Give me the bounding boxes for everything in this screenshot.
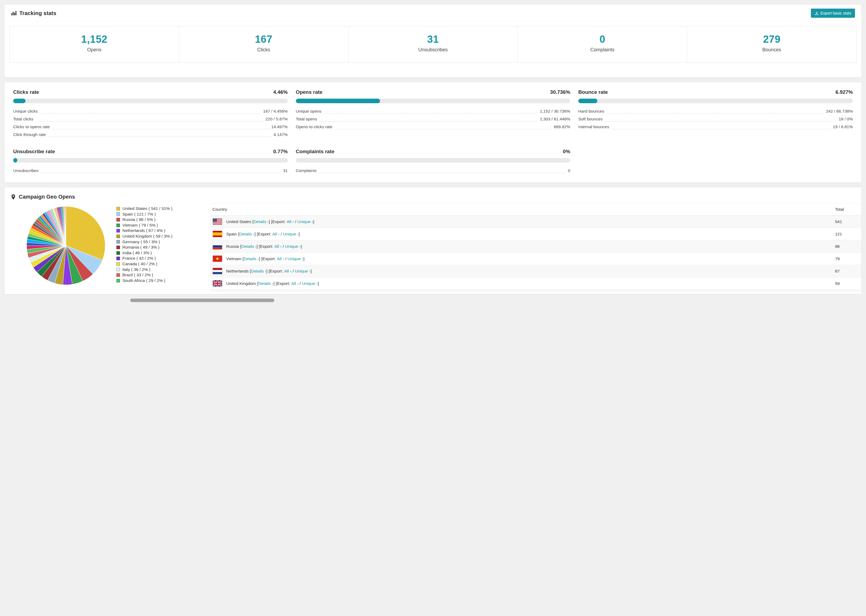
rates-card: Clicks rate4.46%Unique clicks167 / 4.456… bbox=[4, 82, 862, 183]
rate-rows: Complaints0 bbox=[296, 167, 570, 174]
stat-value: 31 bbox=[348, 34, 518, 45]
stat-boxes: 1,152Opens167Clicks31Unsubscribes0Compla… bbox=[5, 22, 861, 77]
country-cell: Spain [Details ›] [Export: All › / Uniqu… bbox=[213, 231, 830, 237]
export-unique-link[interactable]: Unique › bbox=[298, 219, 313, 224]
stat-box-unsubscribes: 31Unsubscribes bbox=[348, 26, 518, 63]
rate-title: Clicks rate bbox=[13, 89, 39, 95]
rate-detail-label: Clicks to opens rate bbox=[13, 123, 50, 130]
export-unique-link[interactable]: Unique › bbox=[288, 256, 303, 261]
legend-swatch bbox=[117, 268, 120, 271]
rate-detail-label: Total opens bbox=[296, 115, 317, 123]
rate-detail-value: 689.82% bbox=[554, 123, 570, 130]
export-unique-link[interactable]: Unique › bbox=[285, 244, 301, 249]
rate-title: Unsubscribe rate bbox=[13, 149, 55, 154]
export-all-link[interactable]: All › bbox=[284, 269, 291, 273]
details-link[interactable]: Details › bbox=[241, 244, 257, 249]
geo-table-row-spain: Spain [Details ›] [Export: All › / Uniqu… bbox=[210, 228, 861, 240]
rate-detail-row: Soft bounces18 / 0% bbox=[578, 115, 853, 123]
bracket: ] bbox=[313, 219, 314, 224]
flag-nl-icon bbox=[213, 268, 222, 274]
geo-table-row-united-kingdom: United Kingdom [Details ›] [Export: All … bbox=[210, 277, 861, 290]
details-link[interactable]: Details › bbox=[254, 219, 269, 224]
legend-label: India ( 46 / 3% ) bbox=[122, 250, 152, 256]
legend-label: Romania ( 49 / 3% ) bbox=[122, 245, 159, 250]
export-all-link[interactable]: All › bbox=[274, 244, 282, 249]
rate-detail-row: Clicks to opens rate14.497% bbox=[13, 123, 288, 130]
export-all-link[interactable]: All › bbox=[287, 219, 294, 224]
country-name: Netherlands bbox=[226, 269, 250, 273]
legend-item-united-states: United States ( 541 / 31% ) bbox=[117, 206, 184, 212]
stat-box-complaints: 0Complaints bbox=[518, 26, 687, 63]
flag-gb-icon bbox=[213, 280, 222, 287]
rate-title: Bounce rate bbox=[578, 89, 608, 95]
export-unique-link[interactable]: Unique › bbox=[295, 269, 311, 273]
rate-detail-value: 0 bbox=[568, 167, 570, 174]
legend-item-netherlands: Netherlands ( 67 / 4% ) bbox=[117, 228, 184, 234]
rate-detail-value: 19 / 6.81% bbox=[833, 123, 853, 130]
export-unique-link[interactable]: Unique › bbox=[302, 281, 318, 286]
horizontal-scrollbar-thumb[interactable] bbox=[130, 299, 274, 302]
geo-table: Country Total United States [Details ›] … bbox=[210, 203, 861, 292]
rate-value: 6.927% bbox=[836, 89, 853, 95]
legend-swatch bbox=[117, 262, 120, 266]
country-total: 86 bbox=[832, 240, 861, 253]
rate-detail-label: Unique clicks bbox=[13, 107, 38, 115]
rate-progress-bar bbox=[296, 99, 570, 103]
tracking-stats-title: Tracking stats bbox=[19, 10, 56, 16]
country-name: United States bbox=[226, 219, 252, 224]
export-all-link[interactable]: All › bbox=[291, 281, 299, 286]
legend-item-brazil: Brazil ( 33 / 2% ) bbox=[117, 272, 184, 278]
legend-label: United Kingdom ( 59 / 3% ) bbox=[122, 234, 172, 239]
separator: / bbox=[279, 232, 283, 237]
dotted-leader bbox=[335, 129, 552, 129]
export-all-link[interactable]: All › bbox=[277, 256, 284, 261]
geo-table-header-row: Country Total bbox=[210, 203, 861, 215]
stat-label: Complaints bbox=[518, 47, 687, 53]
legend-label: Russia ( 86 / 5% ) bbox=[122, 217, 156, 223]
bar-chart-icon bbox=[11, 11, 17, 16]
rate-detail-label: Unique opens bbox=[296, 107, 322, 115]
stat-label: Unsubscribes bbox=[348, 47, 518, 53]
tracking-stats-header: Tracking stats Export basic stats bbox=[5, 5, 861, 22]
legend-swatch bbox=[117, 246, 120, 249]
rate-block-complaints-rate: Complaints rate0%Complaints0 bbox=[296, 149, 570, 174]
flag-vn-icon bbox=[213, 255, 222, 262]
rate-detail-label: Click through rate bbox=[13, 130, 46, 138]
stat-value: 167 bbox=[179, 34, 348, 45]
export-button-label: Export basic stats bbox=[820, 11, 851, 15]
rate-detail-label: Unsubscribes bbox=[13, 167, 38, 174]
rate-value: 4.46% bbox=[273, 89, 288, 95]
flag-ru-icon bbox=[213, 243, 222, 250]
details-link[interactable]: Details › bbox=[244, 256, 259, 261]
bracket: ] [Export: bbox=[266, 269, 284, 273]
rate-block-bounce-rate: Bounce rate6.927%Hard bounces242 / 86.73… bbox=[578, 89, 853, 138]
details-link[interactable]: Details › bbox=[239, 232, 254, 237]
rate-rows: Unique clicks167 / 4.456%Total clicks220… bbox=[13, 107, 288, 138]
rate-progress-fill bbox=[13, 158, 17, 163]
details-link[interactable]: Details › bbox=[251, 269, 266, 273]
stat-box-clicks: 167Clicks bbox=[179, 26, 348, 63]
legend-label: Spain ( 121 / 7% ) bbox=[122, 212, 156, 217]
legend-swatch bbox=[117, 224, 120, 227]
rate-detail-label: Soft bounces bbox=[578, 115, 602, 123]
country-total: 67 bbox=[832, 265, 861, 277]
geo-opens-body: United States ( 541 / 31% )Spain ( 121 /… bbox=[5, 201, 861, 294]
dashboard-page: Tracking stats Export basic stats 1,152O… bbox=[0, 0, 866, 302]
geo-opens-header: Campaign Geo Opens bbox=[5, 187, 861, 201]
details-link[interactable]: Details › bbox=[258, 281, 274, 286]
rate-detail-row: Hard bounces242 / 86.738% bbox=[578, 107, 853, 115]
legend-item-france: France ( 42 / 2% ) bbox=[117, 256, 184, 261]
rate-detail-value: 14.497% bbox=[271, 123, 288, 130]
export-basic-stats-button[interactable]: Export basic stats bbox=[811, 9, 855, 18]
export-unique-link[interactable]: Unique › bbox=[283, 232, 299, 237]
rates-grid: Clicks rate4.46%Unique clicks167 / 4.456… bbox=[13, 89, 853, 174]
country-name: Spain bbox=[226, 232, 238, 237]
export-all-link[interactable]: All › bbox=[272, 232, 279, 237]
country-cell: United States [Details ›] [Export: All ›… bbox=[213, 218, 830, 225]
rate-head: Clicks rate4.46% bbox=[13, 89, 288, 95]
rate-rows: Hard bounces242 / 86.738%Soft bounces18 … bbox=[578, 107, 853, 130]
geo-table-row-united-states: United States [Details ›] [Export: All ›… bbox=[210, 215, 861, 228]
total-column-header: Total bbox=[832, 203, 861, 215]
rate-progress-bar bbox=[13, 158, 288, 163]
country-total: 541 bbox=[832, 215, 861, 228]
